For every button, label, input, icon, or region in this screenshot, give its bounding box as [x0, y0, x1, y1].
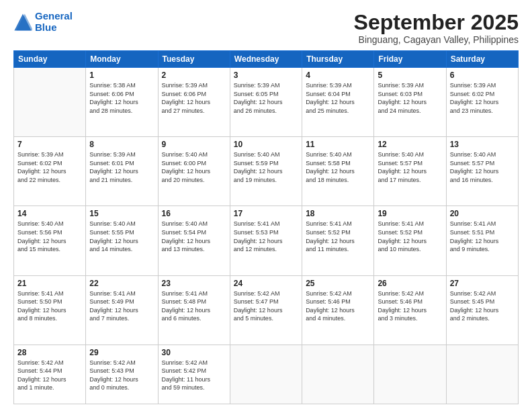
header-saturday: Saturday [446, 51, 518, 68]
day-number: 9 [162, 140, 226, 149]
calendar-cell: 25Sunrise: 5:42 AM Sunset: 5:46 PM Dayli… [302, 275, 374, 345]
day-info: Sunrise: 5:41 AM Sunset: 5:52 PM Dayligh… [306, 220, 370, 253]
day-number: 19 [378, 209, 442, 218]
calendar-cell [14, 68, 86, 137]
day-number: 28 [17, 348, 82, 357]
day-number: 12 [378, 140, 442, 149]
day-info: Sunrise: 5:42 AM Sunset: 5:46 PM Dayligh… [378, 289, 442, 323]
day-number: 4 [306, 71, 370, 80]
calendar-cell: 7Sunrise: 5:39 AM Sunset: 6:02 PM Daylig… [14, 137, 86, 206]
day-number: 29 [89, 348, 154, 357]
day-info: Sunrise: 5:38 AM Sunset: 6:06 PM Dayligh… [89, 81, 154, 115]
day-number: 25 [306, 279, 370, 288]
calendar-cell: 9Sunrise: 5:40 AM Sunset: 6:00 PM Daylig… [158, 137, 230, 206]
day-number: 15 [89, 209, 154, 218]
calendar-cell: 4Sunrise: 5:39 AM Sunset: 6:04 PM Daylig… [302, 68, 374, 137]
calendar-cell: 15Sunrise: 5:40 AM Sunset: 5:55 PM Dayli… [86, 206, 158, 275]
calendar-cell [230, 345, 302, 404]
calendar-cell: 27Sunrise: 5:42 AM Sunset: 5:45 PM Dayli… [446, 275, 518, 345]
logo-line1: General [35, 10, 73, 21]
day-number: 17 [234, 209, 298, 218]
calendar: Sunday Monday Tuesday Wednesday Thursday… [13, 50, 519, 404]
calendar-cell: 29Sunrise: 5:42 AM Sunset: 5:43 PM Dayli… [86, 345, 158, 404]
calendar-cell: 12Sunrise: 5:40 AM Sunset: 5:57 PM Dayli… [374, 137, 446, 206]
calendar-cell: 6Sunrise: 5:39 AM Sunset: 6:02 PM Daylig… [446, 68, 518, 137]
day-number: 20 [450, 209, 515, 218]
header-thursday: Thursday [302, 51, 374, 68]
calendar-cell: 10Sunrise: 5:40 AM Sunset: 5:59 PM Dayli… [230, 137, 302, 206]
location: Binguang, Cagayan Valley, Philippines [354, 34, 519, 45]
day-info: Sunrise: 5:39 AM Sunset: 6:01 PM Dayligh… [89, 150, 154, 184]
header-tuesday: Tuesday [158, 51, 230, 68]
logo-icon [13, 13, 32, 32]
day-info: Sunrise: 5:40 AM Sunset: 5:57 PM Dayligh… [450, 150, 515, 184]
weekday-header-row: Sunday Monday Tuesday Wednesday Thursday… [14, 51, 519, 68]
calendar-cell: 18Sunrise: 5:41 AM Sunset: 5:52 PM Dayli… [302, 206, 374, 275]
day-info: Sunrise: 5:39 AM Sunset: 6:05 PM Dayligh… [234, 81, 298, 115]
page: General Blue September 2025 Binguang, Ca… [0, 0, 532, 411]
day-info: Sunrise: 5:42 AM Sunset: 5:43 PM Dayligh… [89, 359, 154, 392]
day-info: Sunrise: 5:40 AM Sunset: 5:59 PM Dayligh… [234, 150, 298, 184]
day-number: 22 [89, 279, 154, 288]
day-number: 6 [450, 71, 515, 80]
calendar-cell: 26Sunrise: 5:42 AM Sunset: 5:46 PM Dayli… [374, 275, 446, 345]
day-info: Sunrise: 5:39 AM Sunset: 6:03 PM Dayligh… [378, 81, 442, 115]
header: General Blue September 2025 Binguang, Ca… [13, 11, 519, 45]
day-number: 2 [162, 71, 226, 80]
day-info: Sunrise: 5:39 AM Sunset: 6:06 PM Dayligh… [162, 81, 226, 115]
day-number: 21 [17, 279, 82, 288]
calendar-cell: 5Sunrise: 5:39 AM Sunset: 6:03 PM Daylig… [374, 68, 446, 137]
day-number: 11 [306, 140, 370, 149]
day-number: 16 [162, 209, 226, 218]
day-info: Sunrise: 5:42 AM Sunset: 5:46 PM Dayligh… [306, 289, 370, 323]
calendar-cell: 17Sunrise: 5:41 AM Sunset: 5:53 PM Dayli… [230, 206, 302, 275]
calendar-cell [374, 345, 446, 404]
day-info: Sunrise: 5:40 AM Sunset: 6:00 PM Dayligh… [162, 150, 226, 184]
day-info: Sunrise: 5:39 AM Sunset: 6:02 PM Dayligh… [17, 150, 82, 184]
header-monday: Monday [86, 51, 158, 68]
header-sunday: Sunday [14, 51, 86, 68]
day-number: 10 [234, 140, 298, 149]
logo: General Blue [13, 11, 73, 33]
month-title: September 2025 [354, 11, 519, 34]
calendar-cell: 1Sunrise: 5:38 AM Sunset: 6:06 PM Daylig… [86, 68, 158, 137]
day-number: 18 [306, 209, 370, 218]
calendar-cell: 8Sunrise: 5:39 AM Sunset: 6:01 PM Daylig… [86, 137, 158, 206]
day-info: Sunrise: 5:39 AM Sunset: 6:02 PM Dayligh… [450, 81, 515, 115]
day-info: Sunrise: 5:39 AM Sunset: 6:04 PM Dayligh… [306, 81, 370, 115]
day-number: 24 [234, 279, 298, 288]
day-info: Sunrise: 5:41 AM Sunset: 5:53 PM Dayligh… [234, 220, 298, 253]
calendar-cell: 24Sunrise: 5:42 AM Sunset: 5:47 PM Dayli… [230, 275, 302, 345]
day-info: Sunrise: 5:42 AM Sunset: 5:42 PM Dayligh… [162, 359, 226, 392]
day-info: Sunrise: 5:42 AM Sunset: 5:47 PM Dayligh… [234, 289, 298, 323]
calendar-cell: 30Sunrise: 5:42 AM Sunset: 5:42 PM Dayli… [158, 345, 230, 404]
calendar-cell: 13Sunrise: 5:40 AM Sunset: 5:57 PM Dayli… [446, 137, 518, 206]
logo-line2: Blue [35, 21, 57, 33]
calendar-cell: 28Sunrise: 5:42 AM Sunset: 5:44 PM Dayli… [14, 345, 86, 404]
day-info: Sunrise: 5:41 AM Sunset: 5:50 PM Dayligh… [17, 289, 82, 323]
day-number: 7 [17, 140, 82, 149]
calendar-cell [302, 345, 374, 404]
day-info: Sunrise: 5:40 AM Sunset: 5:54 PM Dayligh… [162, 220, 226, 253]
day-info: Sunrise: 5:42 AM Sunset: 5:45 PM Dayligh… [450, 289, 515, 323]
calendar-cell: 2Sunrise: 5:39 AM Sunset: 6:06 PM Daylig… [158, 68, 230, 137]
day-info: Sunrise: 5:41 AM Sunset: 5:49 PM Dayligh… [89, 289, 154, 323]
day-info: Sunrise: 5:40 AM Sunset: 5:57 PM Dayligh… [378, 150, 442, 184]
calendar-cell: 16Sunrise: 5:40 AM Sunset: 5:54 PM Dayli… [158, 206, 230, 275]
day-info: Sunrise: 5:40 AM Sunset: 5:56 PM Dayligh… [17, 220, 82, 253]
day-info: Sunrise: 5:41 AM Sunset: 5:52 PM Dayligh… [378, 220, 442, 253]
calendar-cell: 22Sunrise: 5:41 AM Sunset: 5:49 PM Dayli… [86, 275, 158, 345]
day-number: 8 [89, 140, 154, 149]
day-number: 26 [378, 279, 442, 288]
day-number: 23 [162, 279, 226, 288]
calendar-cell: 23Sunrise: 5:41 AM Sunset: 5:48 PM Dayli… [158, 275, 230, 345]
logo-text: General Blue [35, 11, 73, 33]
day-number: 14 [17, 209, 82, 218]
header-friday: Friday [374, 51, 446, 68]
day-info: Sunrise: 5:40 AM Sunset: 5:58 PM Dayligh… [306, 150, 370, 184]
calendar-cell: 11Sunrise: 5:40 AM Sunset: 5:58 PM Dayli… [302, 137, 374, 206]
day-info: Sunrise: 5:40 AM Sunset: 5:55 PM Dayligh… [89, 220, 154, 253]
day-number: 30 [162, 348, 226, 357]
day-info: Sunrise: 5:41 AM Sunset: 5:48 PM Dayligh… [162, 289, 226, 323]
title-block: September 2025 Binguang, Cagayan Valley,… [354, 11, 519, 45]
